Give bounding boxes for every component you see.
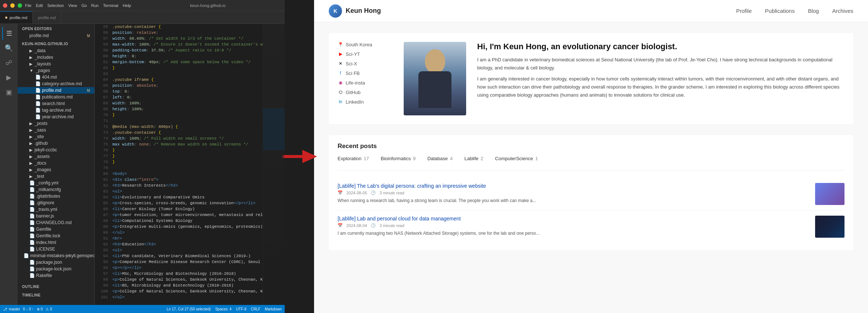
- code-text[interactable]: .youtube-container { position: relative;…: [111, 24, 263, 305]
- sci-fb-label: Sci FB: [346, 71, 360, 76]
- sidebar-item-milkamcnfg[interactable]: 📄 _milkamcnfg: [18, 186, 94, 193]
- sidebar-item-category[interactable]: 📄 category-archive.md: [18, 80, 94, 87]
- sidebar-item-changelog[interactable]: 📄 CHANGELOG.md: [18, 219, 94, 226]
- menu-go[interactable]: Go: [82, 3, 87, 8]
- category-computerscience[interactable]: ComputerScience 1: [495, 156, 538, 161]
- nav-link-blog[interactable]: Blog: [808, 8, 819, 14]
- sync-status[interactable]: 0 ↓ 0 ↑: [23, 307, 34, 311]
- cat-name-cs: ComputerScience: [495, 156, 533, 161]
- sidebar-item-search[interactable]: 📄 search.html: [18, 100, 94, 107]
- sidebar-item-gemfile[interactable]: 📄 Gemfile: [18, 226, 94, 233]
- sidebar-item-pages[interactable]: ▼_pages: [18, 67, 94, 74]
- minimap-content: [263, 24, 285, 305]
- open-editor-item[interactable]: profile.md M: [18, 32, 94, 39]
- nav-link-publications[interactable]: Publications: [765, 8, 795, 14]
- minimap[interactable]: [263, 24, 285, 305]
- explorer-icon[interactable]: ☰: [2, 27, 15, 40]
- menu-run[interactable]: Run: [91, 3, 98, 8]
- post-link-1[interactable]: [Lablife] The Lab's digital persona: cra…: [338, 183, 809, 189]
- sidebar-item-assets[interactable]: ▶_assets: [18, 153, 94, 160]
- sci-yt-label: Sci-YT: [346, 51, 360, 57]
- sidebar-item-github[interactable]: ▶.github: [18, 140, 94, 147]
- location-icon: 📍: [338, 42, 343, 47]
- sidebar-item-bannerjs[interactable]: 📄 banner.js: [18, 213, 94, 219]
- sidebar-item-config[interactable]: 📄 _config.yml: [18, 180, 94, 186]
- post-excerpt-1: When running a research lab, having a st…: [338, 197, 809, 204]
- sidebar-item-tag-archive[interactable]: 📄 tag-archive.md: [18, 107, 94, 114]
- sidebar-item-layouts[interactable]: ▶_layouts: [18, 61, 94, 67]
- encoding[interactable]: UTF-8: [236, 307, 246, 311]
- sidebar-item-data[interactable]: ▶_data: [18, 47, 94, 54]
- sidebar-item-images[interactable]: ▶_images: [18, 166, 94, 173]
- site-content: 📍 South Korea ▶ Sci-YT ✕ Sci-X f Sci FB …: [314, 22, 868, 313]
- sidebar-item-site[interactable]: ▶_site: [18, 133, 94, 140]
- social-life-insta[interactable]: ◉ Life-insta: [338, 80, 393, 86]
- sidebar-item-profile[interactable]: 📄 profile.md M: [18, 87, 94, 94]
- warning-count[interactable]: ⚠ 0: [46, 307, 52, 311]
- git-branch[interactable]: ⎇ master: [3, 307, 20, 311]
- menu-file[interactable]: File: [25, 3, 32, 8]
- sidebar-item-test[interactable]: ▶_test: [18, 173, 94, 180]
- eol[interactable]: CRLF: [251, 307, 260, 311]
- sidebar-item-publications[interactable]: 📄 publications.md: [18, 94, 94, 100]
- minimize-btn[interactable]: [10, 3, 15, 8]
- sidebar-item-travis[interactable]: 📄 _travis.yml: [18, 206, 94, 213]
- debug-icon[interactable]: ▶: [2, 71, 15, 84]
- sidebar-item-docs[interactable]: ▶_docs: [18, 160, 94, 166]
- maximize-btn[interactable]: [18, 3, 22, 8]
- github-label: GitHub: [346, 90, 360, 95]
- git-icon[interactable]: ☍: [2, 56, 15, 69]
- sidebar-item-gitignore[interactable]: 📄 .gitignore: [18, 199, 94, 206]
- category-database[interactable]: Database 4: [427, 156, 453, 161]
- category-exploration[interactable]: Exploration 17: [338, 156, 369, 161]
- sidebar-item-gemspec[interactable]: 📄 minimal-mistakes-jekyll.gemspec: [18, 252, 94, 259]
- tab-profile-active[interactable]: profile.md: [0, 11, 33, 24]
- sidebar-item-gitattributes[interactable]: 📄 .gitattributes: [18, 193, 94, 199]
- category-lablife[interactable]: Lablife 2: [464, 156, 483, 161]
- menu-edit[interactable]: Edit: [36, 3, 43, 8]
- post-date-2: 2024-08-04: [346, 223, 367, 228]
- facebook-icon: f: [338, 70, 343, 76]
- sidebar-item-packagelock[interactable]: 📄 package-lock.json: [18, 266, 94, 272]
- nav-link-profile[interactable]: Profile: [736, 8, 752, 14]
- post-link-2[interactable]: [Lablife] Lab and personal cloud for dat…: [338, 216, 809, 222]
- sidebar-item-includes[interactable]: ▶_includes: [18, 54, 94, 61]
- social-github[interactable]: ⌬ GitHub: [338, 89, 393, 95]
- sci-x-label: Sci-X: [346, 61, 357, 66]
- sidebar-item-year-archive[interactable]: 📄 year-archive.md: [18, 114, 94, 120]
- code-editor[interactable]: 55 56 57 58 59 60 61 62 63 64 65 66 67 6…: [95, 24, 285, 305]
- spaces-setting[interactable]: Spaces: 4: [215, 307, 231, 311]
- sidebar-item-gemfilelock[interactable]: 📄 Gemfile.lock: [18, 233, 94, 239]
- social-sci-fb[interactable]: f Sci FB: [338, 70, 393, 76]
- menu-selection[interactable]: Selection: [47, 3, 64, 8]
- calendar-icon-2: 📅: [338, 223, 343, 228]
- clock-icon-1: 🕐: [371, 190, 376, 195]
- sidebar-item-404[interactable]: 📄 404.md: [18, 74, 94, 80]
- sidebar-item-index[interactable]: 📄 index.html: [18, 239, 94, 246]
- menu-view[interactable]: View: [68, 3, 77, 8]
- menu-help[interactable]: Help: [123, 3, 131, 8]
- sidebar-item-license[interactable]: 📄 LICENSE: [18, 246, 94, 252]
- social-sci-yt[interactable]: ▶ Sci-YT: [338, 51, 393, 57]
- explorer-title: KEUN-HONG.GITHUB.IO: [18, 39, 94, 47]
- post-text-2: [Lablife] Lab and personal cloud for dat…: [338, 216, 809, 237]
- nav-link-archives[interactable]: Archives: [832, 8, 853, 14]
- sidebar-item-packagejson[interactable]: 📄 package.json: [18, 259, 94, 266]
- close-btn[interactable]: [3, 3, 7, 8]
- post-item-1: [Lablife] The Lab's digital persona: cra…: [338, 178, 844, 211]
- window-title: keun-hong.github.io: [134, 3, 282, 8]
- sidebar-item-jekyll[interactable]: ▶jekyll-cccbc: [18, 147, 94, 153]
- category-bioinformatics[interactable]: Bioinformatics 9: [381, 156, 416, 161]
- sidebar-item-posts[interactable]: ▶_posts: [18, 120, 94, 127]
- language-mode[interactable]: Markdown: [265, 307, 282, 311]
- extensions-icon[interactable]: ▣: [2, 86, 15, 99]
- social-linkedin[interactable]: in LinkedIn: [338, 99, 393, 105]
- social-sci-x[interactable]: ✕ Sci-X: [338, 61, 393, 66]
- search-icon[interactable]: 🔍: [2, 42, 15, 55]
- sidebar-item-sass[interactable]: ▶_sass: [18, 127, 94, 133]
- sidebar-item-rakefile[interactable]: 📄 Rakefile: [18, 272, 94, 279]
- tab-profile-inactive[interactable]: profile.md: [33, 11, 61, 24]
- bio-paragraph-2: I am generally interested in cancer biol…: [477, 75, 844, 99]
- error-count[interactable]: ⊗ 0: [37, 307, 43, 311]
- menu-terminal[interactable]: Terminal: [103, 3, 119, 8]
